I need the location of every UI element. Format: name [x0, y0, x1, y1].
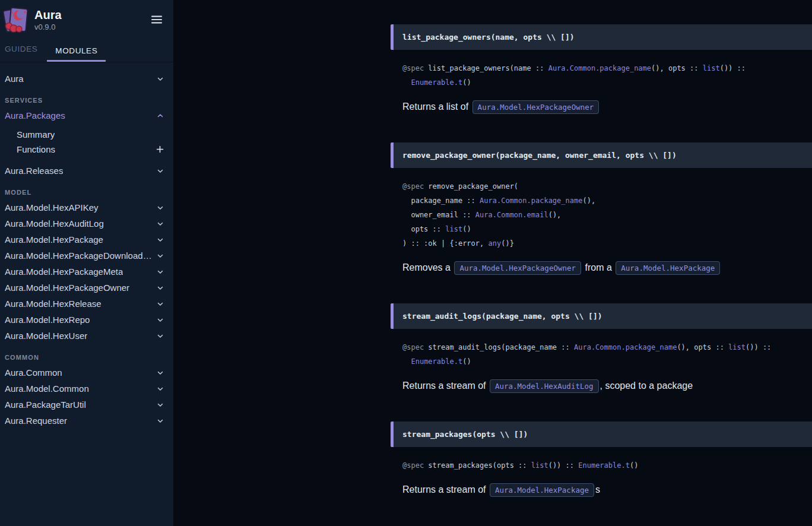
- function-docs: list_package_owners(name, opts \\ [])@sp…: [391, 24, 812, 499]
- chevron-down-icon[interactable]: [157, 236, 164, 243]
- spec-keyword: @spec: [402, 64, 428, 72]
- code-link[interactable]: list: [531, 461, 548, 470]
- code-link[interactable]: Aura.Common.package_name: [574, 343, 677, 351]
- spec-line: Enumerable.t(): [402, 354, 812, 369]
- app-title[interactable]: Aura: [34, 8, 62, 22]
- sidebar-item-aura-releases[interactable]: Aura.Releases: [5, 163, 169, 179]
- code-link[interactable]: Enumerable.t: [578, 461, 630, 470]
- chevron-down-icon[interactable]: [157, 369, 164, 376]
- sidebar-item-label: Aura.Model.HexPackageDownload…: [5, 251, 152, 261]
- sidebar-item-functions[interactable]: Functions: [5, 142, 169, 157]
- spec-keyword: @spec: [402, 461, 428, 470]
- description-text: Returns a stream of: [402, 381, 489, 391]
- code-text: (),: [548, 211, 562, 219]
- sidebar-item-aura-model-hexauditlog[interactable]: Aura.Model.HexAuditLog: [5, 216, 169, 232]
- sidebar-item-label: Aura.Model.HexPackageOwner: [5, 283, 129, 293]
- code-link[interactable]: list: [728, 343, 746, 351]
- code-link[interactable]: Enumerable.t: [411, 78, 462, 87]
- sidebar-item-label: Aura.Model.HexPackageMeta: [5, 267, 123, 277]
- code-text: ()) ::: [720, 64, 746, 72]
- tab-guides[interactable]: GUIDES: [5, 42, 37, 62]
- menu-icon[interactable]: [148, 12, 165, 28]
- chevron-down-icon[interactable]: [157, 75, 164, 83]
- code-link[interactable]: list: [445, 225, 462, 233]
- sidebar-item-aura-model-hexrepo[interactable]: Aura.Model.HexRepo: [5, 312, 169, 328]
- sidebar-item-aura-model-hexapikey[interactable]: Aura.Model.HexAPIKey: [5, 199, 169, 216]
- sidebar-item-aura-packagetarutil[interactable]: Aura.PackageTarUtil: [5, 397, 169, 413]
- sidebar-item-aura-packages[interactable]: Aura.Packages: [5, 107, 169, 123]
- code-link[interactable]: Aura.Common.package_name: [548, 64, 651, 72]
- sidebar-item-aura-model-hexuser[interactable]: Aura.Model.HexUser: [5, 328, 169, 344]
- sidebar-item-label: Aura.Releases: [5, 166, 63, 176]
- sidebar-item-aura-common[interactable]: Aura.Common: [5, 365, 169, 381]
- chevron-down-icon[interactable]: [157, 204, 164, 211]
- module-ref-badge[interactable]: Aura.Model.HexPackage: [616, 261, 720, 275]
- chevron-down-icon[interactable]: [157, 252, 164, 259]
- code-link[interactable]: Aura.Common.package_name: [480, 197, 582, 205]
- function-spec: @spec stream_packages(opts :: list()) ::…: [402, 458, 812, 473]
- chevron-down-icon[interactable]: [157, 417, 164, 424]
- spec-line: package_name :: Aura.Common.package_name…: [402, 194, 812, 208]
- nav-section-heading-common: COMMON: [5, 354, 169, 361]
- nav-children: SummaryFunctions: [5, 127, 169, 157]
- function-spec: @spec stream_audit_logs(package_name :: …: [402, 340, 812, 369]
- sidebar-item-aura-model-hexpackagedownload[interactable]: Aura.Model.HexPackageDownload…: [5, 248, 169, 264]
- function-description: Returns a stream of Aura.Model.HexAuditL…: [402, 377, 812, 395]
- function-signature: list_package_owners(name, opts \\ []): [402, 33, 575, 42]
- code-link[interactable]: list: [703, 64, 720, 72]
- sidebar-item-label: Aura.PackageTarUtil: [5, 400, 86, 410]
- spec-line: owner_email :: Aura.Common.email(),: [402, 208, 812, 222]
- chevron-down-icon[interactable]: [157, 385, 164, 392]
- app-logo-icon[interactable]: [2, 5, 30, 34]
- sidebar-item-aura-model-hexpackageowner[interactable]: Aura.Model.HexPackageOwner: [5, 280, 169, 296]
- chevron-down-icon[interactable]: [157, 284, 164, 291]
- sidebar-item-label: Aura.Model.HexRepo: [5, 315, 90, 325]
- chevron-down-icon[interactable]: [157, 268, 164, 275]
- module-ref-badge[interactable]: Aura.Model.HexPackage: [490, 483, 594, 497]
- chevron-down-icon[interactable]: [157, 167, 164, 175]
- chevron-up-icon[interactable]: [157, 112, 164, 119]
- module-nav: AuraSERVICESAura.PackagesSummaryFunction…: [0, 62, 173, 526]
- code-text: (),: [582, 197, 595, 205]
- sidebar-item-label: Aura.Model.HexUser: [5, 331, 87, 341]
- chevron-down-icon[interactable]: [157, 220, 164, 227]
- code-text: remove_package_owner(: [428, 182, 518, 191]
- function-description: Returns a stream of Aura.Model.HexPackag…: [402, 481, 812, 499]
- code-text: (): [462, 357, 471, 366]
- spec-line: @spec stream_audit_logs(package_name :: …: [402, 340, 812, 354]
- code-link[interactable]: any: [489, 239, 502, 248]
- chevron-down-icon[interactable]: [157, 332, 164, 340]
- sidebar-item-label: Aura.Model.Common: [5, 384, 89, 394]
- code-link[interactable]: Enumerable.t: [411, 357, 462, 366]
- code-text: (), opts ::: [651, 64, 703, 72]
- spec-line: opts :: list(): [402, 222, 812, 236]
- module-ref-badge[interactable]: Aura.Model.HexAuditLog: [490, 379, 599, 393]
- sidebar-item-aura-requester[interactable]: Aura.Requester: [5, 413, 169, 429]
- sidebar-item-aura[interactable]: Aura: [5, 71, 169, 87]
- tab-modules[interactable]: MODULES: [47, 44, 106, 62]
- code-text: [402, 357, 411, 366]
- module-ref-badge[interactable]: Aura.Model.HexPackageOwner: [454, 261, 581, 275]
- sidebar-item-aura-model-hexpackage[interactable]: Aura.Model.HexPackage: [5, 232, 169, 248]
- function-signature-header[interactable]: list_package_owners(name, opts \\ []): [391, 24, 812, 50]
- sidebar-item-summary[interactable]: Summary: [5, 127, 169, 142]
- function-section-stream-audit-logs: stream_audit_logs(package_name, opts \\ …: [391, 303, 812, 395]
- spec-line: Enumerable.t(): [402, 75, 812, 90]
- module-ref-badge[interactable]: Aura.Model.HexPackageOwner: [472, 100, 600, 114]
- function-description: Returns a list of Aura.Model.HexPackageO…: [402, 98, 812, 116]
- chevron-down-icon[interactable]: [157, 316, 164, 324]
- sidebar-item-aura-model-hexpackagemeta[interactable]: Aura.Model.HexPackageMeta: [5, 264, 169, 280]
- sidebar-item-aura-model-hexrelease[interactable]: Aura.Model.HexRelease: [5, 296, 169, 312]
- function-signature-header[interactable]: stream_packages(opts \\ []): [391, 422, 812, 447]
- app-title-group: Aura v0.9.0: [34, 5, 62, 33]
- chevron-down-icon[interactable]: [157, 401, 164, 408]
- sidebar-item-aura-model-common[interactable]: Aura.Model.Common: [5, 381, 169, 397]
- function-signature-header[interactable]: remove_package_owner(package_name, owner…: [391, 142, 812, 168]
- chevron-down-icon[interactable]: [157, 300, 164, 308]
- code-link[interactable]: Aura.Common.email: [475, 211, 548, 219]
- function-signature-header[interactable]: stream_audit_logs(package_name, opts \\ …: [391, 303, 812, 329]
- description-text: Returns a stream of: [402, 484, 489, 495]
- plus-icon[interactable]: [156, 145, 164, 153]
- sidebar-item-label: Aura.Packages: [5, 110, 65, 121]
- sidebar: Aura v0.9.0 GUIDES MODULES AuraSERVICESA…: [0, 0, 173, 526]
